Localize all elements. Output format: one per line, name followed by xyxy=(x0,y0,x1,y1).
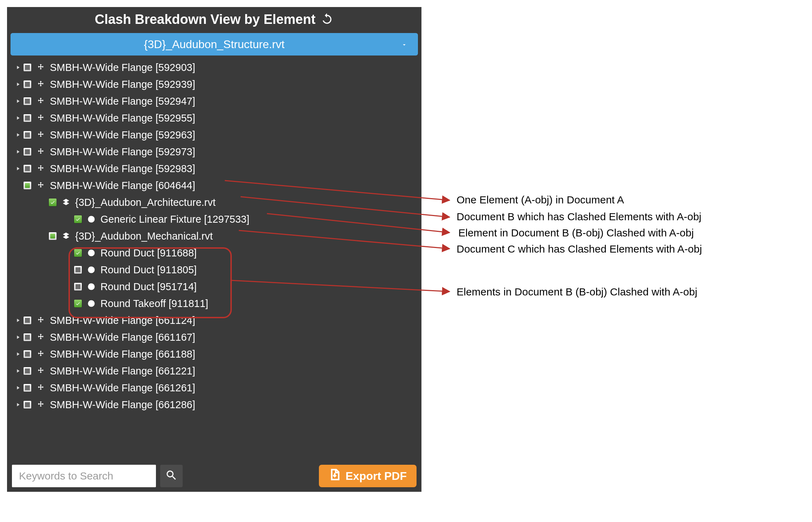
tree-row-label: SMBH-W-Wide Flange [592973] xyxy=(50,146,202,158)
checkbox-tristate-icon[interactable] xyxy=(74,282,82,291)
element-tree[interactable]: SMBH-W-Wide Flange [592903]SMBH-W-Wide F… xyxy=(7,58,421,413)
checkbox-partial-icon[interactable] xyxy=(23,181,32,190)
checkbox-tristate-icon[interactable] xyxy=(23,350,32,358)
annotation-text: Document B which has Clashed Elements wi… xyxy=(457,211,701,223)
tree-row-label: SMBH-W-Wide Flange [661221] xyxy=(50,365,202,377)
search-input[interactable] xyxy=(18,470,150,482)
tree-row[interactable]: SMBH-W-Wide Flange [592903] xyxy=(7,59,421,76)
checkbox-tristate-icon[interactable] xyxy=(23,97,32,105)
checkbox-tristate-icon[interactable] xyxy=(23,63,32,72)
clash-icon xyxy=(86,266,97,274)
tree-row[interactable]: SMBH-W-Wide Flange [604644] xyxy=(7,177,421,194)
tree-row-label: SMBH-W-Wide Flange [604644] xyxy=(50,180,202,191)
tree-row-label: Generic Linear Fixture [1297533] xyxy=(100,214,256,225)
tree-row-label: Round Duct [911805] xyxy=(100,264,204,276)
checkbox-tristate-icon[interactable] xyxy=(23,316,32,325)
expand-caret-icon[interactable] xyxy=(13,369,23,373)
tree-row-label: SMBH-W-Wide Flange [661124] xyxy=(50,315,202,326)
checkbox-tristate-icon[interactable] xyxy=(23,164,32,173)
tree-row[interactable]: SMBH-W-Wide Flange [661286] xyxy=(7,396,421,413)
tree-row-label: SMBH-W-Wide Flange [661167] xyxy=(50,332,202,343)
tree-row[interactable]: {3D}_Audubon_Mechanical.rvt xyxy=(7,228,421,244)
tree-row[interactable]: Round Duct [951714] xyxy=(7,278,421,295)
move-icon xyxy=(35,164,46,173)
annotation-text: One Element (A-obj) in Document A xyxy=(457,194,624,206)
expand-caret-icon[interactable] xyxy=(13,386,23,390)
clash-breakdown-panel: Clash Breakdown View by Element {3D}_Aud… xyxy=(7,7,421,492)
move-icon xyxy=(35,384,46,392)
search-box[interactable] xyxy=(12,465,156,487)
move-icon xyxy=(35,114,46,122)
expand-caret-icon[interactable] xyxy=(13,82,23,86)
tree-row-label: SMBH-W-Wide Flange [592963] xyxy=(50,129,202,141)
move-icon xyxy=(35,148,46,156)
search-button[interactable] xyxy=(160,465,183,487)
move-icon xyxy=(35,350,46,358)
tree-row[interactable]: SMBH-W-Wide Flange [661188] xyxy=(7,346,421,363)
export-pdf-button[interactable]: Export PDF xyxy=(319,465,417,487)
tree-row-label: SMBH-W-Wide Flange [661188] xyxy=(50,348,202,360)
tree-row[interactable]: Round Takeoff [911811] xyxy=(7,295,421,312)
checkbox-tristate-icon[interactable] xyxy=(23,333,32,341)
tree-row[interactable]: {3D}_Audubon_Architecture.rvt xyxy=(7,194,421,211)
checkbox-tristate-icon[interactable] xyxy=(23,114,32,122)
expand-caret-icon[interactable] xyxy=(13,318,23,322)
move-icon xyxy=(35,131,46,139)
move-icon xyxy=(35,400,46,409)
checkbox-checked-icon[interactable] xyxy=(74,249,82,257)
tree-row[interactable]: SMBH-W-Wide Flange [592983] xyxy=(7,160,421,177)
panel-footer: Export PDF xyxy=(7,460,421,492)
expand-caret-icon[interactable] xyxy=(13,65,23,70)
panel-title-bar: Clash Breakdown View by Element xyxy=(7,7,421,32)
tree-row[interactable]: SMBH-W-Wide Flange [592947] xyxy=(7,93,421,110)
checkbox-tristate-icon[interactable] xyxy=(23,131,32,139)
tree-row[interactable]: SMBH-W-Wide Flange [592955] xyxy=(7,110,421,126)
move-icon xyxy=(35,316,46,325)
tree-row[interactable]: Round Duct [911805] xyxy=(7,261,421,278)
expand-caret-icon[interactable] xyxy=(13,403,23,407)
document-dropdown[interactable]: {3D}_Audubon_Structure.rvt xyxy=(11,33,418,56)
checkbox-checked-icon[interactable] xyxy=(74,215,82,223)
tree-row-label: SMBH-W-Wide Flange [661286] xyxy=(50,399,202,411)
checkbox-tristate-icon[interactable] xyxy=(23,400,32,409)
tree-row-label: {3D}_Audubon_Architecture.rvt xyxy=(75,197,223,208)
move-icon xyxy=(35,333,46,341)
checkbox-tristate-icon[interactable] xyxy=(23,80,32,89)
tree-row[interactable]: SMBH-W-Wide Flange [661124] xyxy=(7,312,421,329)
refresh-icon[interactable] xyxy=(320,13,334,26)
tree-row[interactable]: SMBH-W-Wide Flange [592973] xyxy=(7,143,421,160)
expand-caret-icon[interactable] xyxy=(13,167,23,171)
expand-caret-icon[interactable] xyxy=(13,99,23,103)
expand-caret-icon[interactable] xyxy=(13,352,23,356)
checkbox-tristate-icon[interactable] xyxy=(23,367,32,375)
expand-caret-icon[interactable] xyxy=(13,335,23,339)
checkbox-checked-icon[interactable] xyxy=(74,299,82,308)
move-icon xyxy=(35,63,46,72)
checkbox-checked-icon[interactable] xyxy=(48,198,57,207)
checkbox-partial-icon[interactable] xyxy=(48,232,57,240)
tree-row[interactable]: SMBH-W-Wide Flange [661261] xyxy=(7,379,421,396)
annotation-text: Elements in Document B (B-obj) Clashed w… xyxy=(457,286,697,298)
search-icon xyxy=(165,469,178,483)
move-icon xyxy=(35,181,46,190)
panel-title: Clash Breakdown View by Element xyxy=(95,12,316,27)
tree-row[interactable]: SMBH-W-Wide Flange [661221] xyxy=(7,363,421,379)
move-icon xyxy=(35,97,46,105)
checkbox-tristate-icon[interactable] xyxy=(23,148,32,156)
checkbox-tristate-icon[interactable] xyxy=(74,266,82,274)
clash-icon xyxy=(86,249,97,257)
tree-row[interactable]: Round Duct [911688] xyxy=(7,244,421,261)
tree-row-label: SMBH-W-Wide Flange [592939] xyxy=(50,79,202,90)
chevron-down-icon xyxy=(401,38,407,51)
tree-row-label: SMBH-W-Wide Flange [592955] xyxy=(50,112,202,124)
expand-caret-icon[interactable] xyxy=(13,150,23,154)
expand-caret-icon[interactable] xyxy=(13,116,23,120)
tree-row[interactable]: SMBH-W-Wide Flange [592939] xyxy=(7,76,421,93)
expand-caret-icon[interactable] xyxy=(13,133,23,137)
checkbox-tristate-icon[interactable] xyxy=(23,384,32,392)
tree-row[interactable]: SMBH-W-Wide Flange [661167] xyxy=(7,329,421,346)
tree-row-label: SMBH-W-Wide Flange [592983] xyxy=(50,163,202,175)
tree-row[interactable]: SMBH-W-Wide Flange [592963] xyxy=(7,126,421,143)
clash-icon xyxy=(86,299,97,308)
tree-row[interactable]: Generic Linear Fixture [1297533] xyxy=(7,211,421,228)
